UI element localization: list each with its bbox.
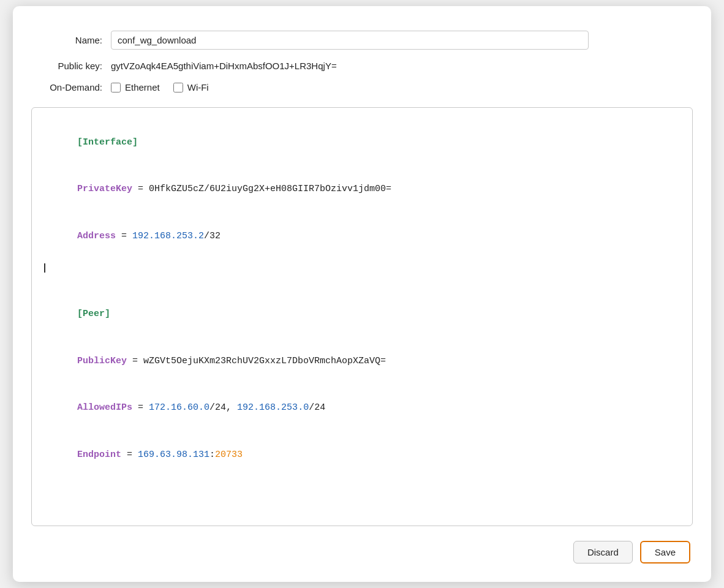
endpoint-port: 20733 bbox=[215, 450, 243, 460]
name-input[interactable] bbox=[111, 31, 589, 50]
checkbox-group: Ethernet Wi-Fi bbox=[111, 82, 209, 92]
peer-public-key-line: PublicKey = wZGVt5OejuKXm23RchUV2GxxzL7D… bbox=[44, 337, 680, 385]
private-key-key: PrivateKey bbox=[77, 184, 132, 194]
allowed-ips-key: AllowedIPs bbox=[77, 402, 132, 413]
name-row: Name: bbox=[31, 31, 693, 50]
discard-button[interactable]: Discard bbox=[573, 541, 633, 564]
address-cidr: /32 bbox=[204, 231, 221, 241]
ethernet-label[interactable]: Ethernet bbox=[125, 82, 160, 92]
name-label: Name: bbox=[31, 35, 111, 45]
form-section: Name: Public key: gytVZoAqk4EA5gthiViam+… bbox=[31, 31, 693, 92]
cursor-line bbox=[44, 260, 680, 276]
address-ip: 192.168.253.2 bbox=[132, 231, 204, 241]
address-key: Address bbox=[77, 231, 116, 241]
peer-public-key-key: PublicKey bbox=[77, 356, 127, 366]
ethernet-checkbox-item[interactable]: Ethernet bbox=[111, 82, 160, 92]
peer-header-line: [Peer] bbox=[44, 291, 680, 338]
wifi-checkbox-item[interactable]: Wi-Fi bbox=[173, 82, 209, 92]
public-key-value: gytVZoAqk4EA5gthiViam+DiHxmAbsfOO1J+LR3H… bbox=[111, 61, 337, 71]
private-key-line: PrivateKey = 0HfkGZU5cZ/6U2iuyGg2X+eH08G… bbox=[44, 166, 680, 213]
public-key-row: Public key: gytVZoAqk4EA5gthiViam+DiHxmA… bbox=[31, 61, 693, 71]
allowed-cidr2: /24 bbox=[309, 402, 325, 413]
allowed-ip1: 172.16.60.0 bbox=[149, 402, 209, 413]
endpoint-line: Endpoint = 169.63.98.131:20733 bbox=[44, 431, 680, 478]
public-key-label: Public key: bbox=[31, 61, 111, 71]
config-editor[interactable]: [Interface] PrivateKey = 0HfkGZU5cZ/6U2i… bbox=[31, 107, 693, 526]
wifi-checkbox[interactable] bbox=[173, 83, 183, 92]
address-line: Address = 192.168.253.2/32 bbox=[44, 213, 680, 260]
on-demand-row: On-Demand: Ethernet Wi-Fi bbox=[31, 82, 693, 92]
interface-header: [Interface] bbox=[77, 137, 138, 148]
private-key-val: 0HfkGZU5cZ/6U2iuyGg2X+eH08GIIR7bOzivv1jd… bbox=[149, 184, 391, 194]
peer-public-key-val: wZGVt5OejuKXm23RchUV2GxxzL7DboVRmchAopXZ… bbox=[143, 356, 386, 366]
allowed-ips-line: AllowedIPs = 172.16.60.0/24, 192.168.253… bbox=[44, 385, 680, 432]
endpoint-key: Endpoint bbox=[77, 450, 121, 460]
empty-line-1 bbox=[44, 275, 680, 291]
allowed-ip2: 192.168.253.0 bbox=[237, 402, 309, 413]
interface-header-line: [Interface] bbox=[44, 119, 680, 166]
save-button[interactable]: Save bbox=[640, 541, 690, 564]
endpoint-ip: 169.63.98.131 bbox=[138, 450, 209, 460]
footer-buttons: Discard Save bbox=[31, 541, 693, 564]
allowed-cidr1: /24 bbox=[209, 402, 226, 413]
on-demand-label: On-Demand: bbox=[31, 82, 111, 92]
wifi-label[interactable]: Wi-Fi bbox=[187, 82, 209, 92]
peer-header: [Peer] bbox=[77, 309, 110, 319]
main-window: Name: Public key: gytVZoAqk4EA5gthiViam+… bbox=[13, 6, 711, 582]
ethernet-checkbox[interactable] bbox=[111, 83, 121, 92]
text-cursor bbox=[44, 263, 45, 273]
